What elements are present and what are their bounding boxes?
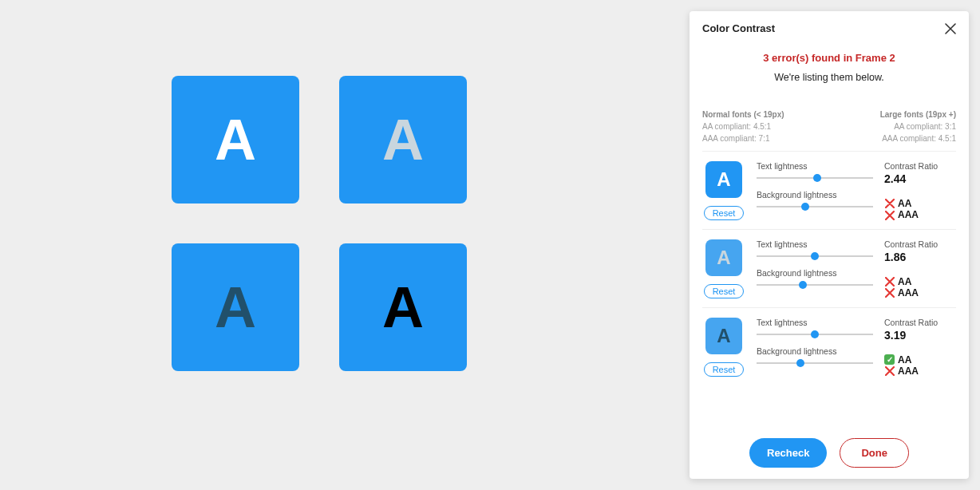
preview-swatch: A — [705, 239, 742, 276]
sample-tile-4[interactable]: A — [339, 243, 467, 371]
close-icon[interactable] — [945, 23, 956, 34]
bg-lightness-slider[interactable] — [757, 279, 873, 290]
sample-tile-1[interactable]: A — [172, 76, 299, 204]
cross-icon — [884, 288, 895, 298]
bg-lightness-label: Background lightness — [757, 190, 873, 200]
contrast-ratio-value: 3.19 — [884, 329, 956, 342]
contrast-error-item: AResetText lightnessBackground lightness… — [702, 229, 956, 307]
compliance-legend: Normal fonts (< 19px) AA compliant: 4.5:… — [702, 109, 956, 144]
listing-subtitle: We're listing them below. — [702, 72, 956, 83]
color-contrast-panel: Color Contrast 3 error(s) found in Frame… — [690, 11, 969, 479]
reset-button[interactable]: Reset — [704, 206, 745, 220]
contrast-error-item: AResetText lightnessBackground lightness… — [702, 151, 956, 229]
recheck-button[interactable]: Recheck — [749, 438, 827, 468]
preview-swatch: A — [705, 161, 742, 198]
bg-lightness-label: Background lightness — [757, 268, 873, 278]
panel-title: Color Contrast — [702, 22, 775, 34]
aaa-status: AAA — [884, 209, 956, 220]
cross-icon — [884, 199, 895, 209]
contrast-ratio-label: Contrast Ratio — [884, 239, 956, 249]
text-lightness-slider[interactable] — [757, 172, 873, 184]
normal-fonts-heading: Normal fonts (< 19px) — [702, 109, 784, 121]
sample-tile-3[interactable]: A — [172, 243, 299, 371]
text-lightness-slider[interactable] — [757, 251, 873, 262]
contrast-ratio-label: Contrast Ratio — [884, 161, 956, 171]
reset-button[interactable]: Reset — [704, 284, 745, 298]
cross-icon — [884, 276, 895, 286]
aaa-status: AAA — [884, 287, 956, 298]
cross-icon — [884, 366, 895, 377]
preview-swatch: A — [705, 318, 742, 354]
sample-tile-2[interactable]: A — [339, 76, 467, 204]
text-lightness-label: Text lightness — [757, 161, 873, 171]
cross-icon — [884, 210, 895, 220]
large-aa-text: AA compliant: 3:1 — [880, 121, 956, 132]
contrast-ratio-label: Contrast Ratio — [884, 318, 956, 327]
text-lightness-label: Text lightness — [757, 318, 873, 327]
reset-button[interactable]: Reset — [704, 362, 745, 377]
bg-lightness-label: Background lightness — [757, 346, 873, 356]
normal-aa-text: AA compliant: 4.5:1 — [702, 121, 784, 132]
large-aaa-text: AAA compliant: 4.5:1 — [880, 132, 956, 144]
normal-aaa-text: AAA compliant: 7:1 — [702, 132, 784, 144]
large-fonts-heading: Large fonts (19px +) — [880, 109, 956, 121]
aa-status: ✓AA — [884, 354, 956, 366]
bg-lightness-slider[interactable] — [757, 358, 873, 369]
contrast-error-item: AResetText lightnessBackground lightness… — [702, 307, 956, 385]
contrast-ratio-value: 2.44 — [884, 172, 956, 185]
aa-status: AA — [884, 276, 956, 287]
aaa-status: AAA — [884, 366, 956, 377]
check-icon: ✓ — [884, 354, 895, 365]
canvas-frame: A A A A — [172, 76, 467, 371]
contrast-ratio-value: 1.86 — [884, 251, 956, 263]
aa-status: AA — [884, 198, 956, 209]
done-button[interactable]: Done — [840, 438, 909, 468]
text-lightness-label: Text lightness — [757, 239, 873, 249]
error-summary: 3 error(s) found in Frame 2 — [702, 52, 956, 64]
bg-lightness-slider[interactable] — [757, 201, 873, 212]
text-lightness-slider[interactable] — [757, 329, 873, 340]
